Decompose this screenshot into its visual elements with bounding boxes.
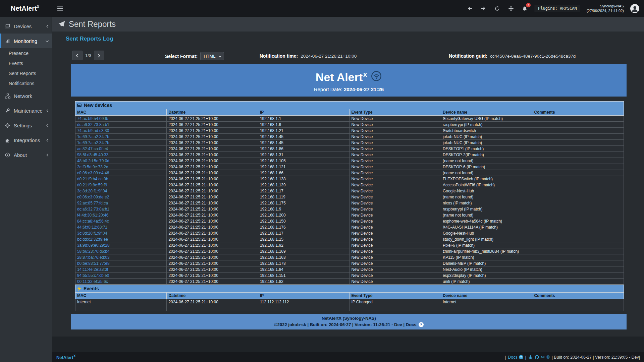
docs-link[interactable]: Docs? [508,355,523,360]
mac-link[interactable]: 74:ac:b9:ad:c3:30 [77,128,109,133]
mac-link[interactable]: ac:82:47:ca:0f:e4 [77,146,108,151]
sidebar-item-devices[interactable]: Devices [0,19,52,34]
sidebar-item-presence[interactable]: Presence [0,48,52,58]
mac-link[interactable]: 00:11:32:ef:a5:6c [77,279,108,284]
mac-cell: f4:4d:30:61:20:46 [75,212,167,218]
hamburger-menu-button[interactable] [56,5,64,12]
sidebar-item-settings[interactable]: Settings [0,118,52,133]
cell: 2024-06-27 21:25:21+10:00 [167,212,258,218]
pagination: 1/3 [72,51,104,60]
sidebar-item-maintenance[interactable]: Maintenance [0,103,52,118]
mac-cell: c0:06:c3:09:de:e2 [75,194,167,200]
next-page-button[interactable] [94,51,104,60]
mac-link[interactable]: 3c:8d:20:f1:9f:04 [77,189,107,193]
sidebar-item-label: Monitoring [14,38,42,44]
mac-cell: Internet [75,299,167,305]
column-header: MAC [75,293,167,299]
mail-link[interactable]: ✉ [541,355,544,360]
notification-guid: Notification guid: cc44507e-8ea6-48e7-90… [449,53,576,59]
brand-logo[interactable]: NetAlertX [0,5,50,12]
mac-link[interactable]: 2c:f0:5d:9e:73:2c [77,165,108,169]
mac-cell: 58:b6:23:70:d6:b4 [75,248,167,254]
cell: IP Changed [350,299,441,305]
cell: New Device [350,152,441,158]
sidebar-item-events[interactable]: Events [0,58,52,68]
mac-link[interactable]: d0:21:f9:b4:ca:0b [77,177,108,181]
table-row: 00:11:32:ef:a5:6c2024-06-27 21:25:21+10:… [75,279,624,285]
table-row: 48:b0:2d:5c:79:0d2024-06-27 21:25:21+10:… [75,158,624,164]
mac-link[interactable]: 3c:8d:20:f1:9f:04 [77,231,107,236]
table-row: 28:87:ba:76:ed:032024-06-27 21:25:21+10:… [75,254,624,260]
mac-link[interactable]: 74:ac:b9:54:09:fb [77,116,108,121]
mac-link[interactable]: bc:dd:c2:32:f9:ee [77,237,108,242]
sidebar-item-integrations[interactable]: Integrations [0,133,52,147]
move-arrows-icon[interactable] [507,5,515,12]
mac-link[interactable]: 14:c1:4e:2e:a3:3f [77,267,108,272]
mac-link[interactable]: b0:be:83:51:77:e8 [77,261,110,266]
mac-link[interactable]: 58:b6:23:70:d6:b4 [77,249,110,254]
mac-cell: dc:a6:32:73:8a:b1 [75,206,167,212]
refresh-icon[interactable] [493,5,501,12]
forward-arrow-icon[interactable] [480,5,487,12]
brand-sup: X [37,5,39,9]
report-footer-line1: NetAlertX (Synology-NAS) [71,316,627,321]
table-row: 74:ac:b9:54:09:fb2024-06-27 21:25:21+10:… [75,116,624,122]
cell [532,279,624,285]
column-header: IP [258,293,350,299]
host-info: Synology-NAS (27/06/2024, 21:41:02) [587,4,624,13]
column-header: Datetime [167,109,258,116]
copyright-icon[interactable]: © [546,355,549,360]
cell: 2024-06-27 21:25:21+10:00 [167,218,258,224]
cell: New Device [350,128,441,134]
mac-link[interactable]: dc:a6:32:73:8a:b1 [77,122,109,127]
cell: New Device [350,134,441,140]
mac-link[interactable]: 92:ac:85:77:fd:ca [77,201,108,205]
cell: New Device [350,236,441,242]
back-arrow-icon[interactable] [466,5,473,12]
cell: New Device [350,266,441,273]
mac-link[interactable]: 28:87:ba:76:ed:03 [77,255,110,260]
mac-link[interactable]: 44:6f:f8:12:68:71 [77,225,107,230]
question-circle-icon: ? [419,322,424,327]
sidebar-item-network[interactable]: Network [0,88,52,103]
cell [75,305,167,311]
mac-link[interactable]: 84:cc:a8:4a:56:4c [77,219,109,224]
report-section-bar: Events [75,285,624,292]
sidebar-item-label: Devices [14,23,43,29]
notifications-bell-button[interactable]: 7 [521,5,528,12]
mac-cell: 28:87:ba:76:ed:03 [75,254,167,260]
table-row: 3c:8d:20:f1:9f:042024-06-27 21:25:21+10:… [75,188,624,194]
mac-link[interactable]: 48:b0:2d:5c:79:0d [77,159,109,163]
format-select[interactable]: HTML [200,52,224,60]
notification-time: Notification time: 2024-06-27 21:26:21+1… [260,53,357,59]
mac-link[interactable]: 1c:69:7a:a2:34:7b [77,140,109,145]
chevron-left-icon [46,138,49,142]
user-avatar[interactable] [630,4,639,13]
table-row: 1c:69:7a:a2:34:7b2024-06-27 21:25:21+10:… [75,140,624,146]
table-row: c0:06:c3:09:de:e22024-06-27 21:25:21+10:… [75,194,624,200]
mac-link[interactable]: c0:06:c3:09:e4:46 [77,171,109,175]
mac-link[interactable]: f4:4d:30:61:20:46 [77,213,108,218]
sidebar-item-monitoring[interactable]: Monitoring [0,34,52,48]
sent-reports-log-link[interactable]: Sent Reports Log [66,36,113,42]
mac-link[interactable]: 98:5f:d3:d5:40:33 [77,153,108,157]
footer-brand-link[interactable]: NetAlertX [56,354,76,360]
column-header: IP [258,109,350,116]
navbar-actions: 7 Plugins: ARPSCAN Synology-NAS (27/06/2… [466,4,644,13]
sidebar-item-label: Integrations [14,137,43,143]
mac-link[interactable]: 94:b5:55:c7:cb:e0 [77,273,109,278]
sidebar-item-about[interactable]: About [0,147,52,162]
bug-report-link[interactable] [528,355,533,359]
table-row: d0:21:f9:b4:ca:0b2024-06-27 21:25:21+10:… [75,176,624,182]
mac-link[interactable]: 3a:9d:69:e0:29:28 [77,243,110,248]
mac-link[interactable]: 1c:69:7a:a2:34:7b [77,134,109,139]
cell: 2024-06-27 21:25:21+10:00 [167,176,258,182]
github-link[interactable] [535,355,539,359]
mac-link[interactable]: dc:a6:32:73:8a:b1 [77,207,109,212]
prev-page-button[interactable] [72,51,83,60]
mac-link[interactable]: c0:06:c3:09:de:e2 [77,195,109,199]
mac-link[interactable]: d0:21:f9:8c:59:f9 [77,183,107,187]
sidebar-item-notifications[interactable]: Notifications [0,78,52,88]
sidebar-item-sent-reports[interactable]: Sent Reports [0,68,52,78]
cell [350,305,441,311]
